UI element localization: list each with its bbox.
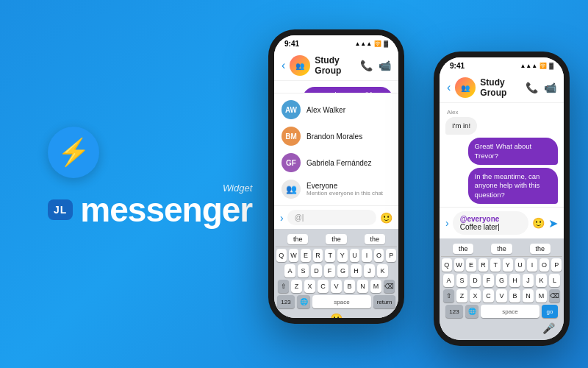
mention-everyone-info: Everyone Mention everyone in this chat xyxy=(306,182,383,197)
key-rv[interactable]: V xyxy=(496,289,507,302)
key-rm[interactable]: M xyxy=(536,289,547,302)
key-d[interactable]: D xyxy=(311,264,322,277)
mention-item-brandon[interactable]: BM Brandon Morales xyxy=(274,123,398,149)
key-rl[interactable]: L xyxy=(549,274,560,287)
key-rh[interactable]: H xyxy=(509,274,520,287)
key-rb[interactable]: B xyxy=(509,289,520,302)
input-bar-left[interactable]: › @| 🙂 xyxy=(274,205,398,229)
key-ru[interactable]: U xyxy=(515,258,526,272)
input-field-left[interactable]: @| xyxy=(287,210,376,225)
key-shift[interactable]: ⇧ xyxy=(278,280,289,293)
key-i[interactable]: I xyxy=(362,249,372,262)
key-rn[interactable]: N xyxy=(523,289,534,302)
video-icon-right[interactable]: 📹 xyxy=(544,82,556,93)
chat-header-left[interactable]: ‹ 👥 Study Group 📞 📹 xyxy=(274,51,398,81)
mention-name-alex: Alex Walker xyxy=(306,106,345,114)
key-rdelete[interactable]: ⌫ xyxy=(549,289,560,302)
key-ro[interactable]: O xyxy=(539,258,550,272)
key-go[interactable]: go xyxy=(542,305,558,318)
key-rt[interactable]: T xyxy=(490,258,501,272)
key-remoji-bottom[interactable]: 🌐 xyxy=(465,305,478,318)
key-a[interactable]: A xyxy=(284,264,295,277)
mention-item-gabriela[interactable]: GF Gabriela Fernández xyxy=(274,149,398,176)
key-w[interactable]: W xyxy=(289,249,299,262)
key-g[interactable]: G xyxy=(337,264,348,277)
back-button-left[interactable]: ‹ xyxy=(282,59,285,72)
key-rr[interactable]: R xyxy=(478,258,489,272)
key-u[interactable]: U xyxy=(350,249,360,262)
keyboard-left[interactable]: the the the Q W E R T Y U I O P xyxy=(274,229,398,318)
key-rg[interactable]: G xyxy=(496,274,507,287)
key-delete[interactable]: ⌫ xyxy=(384,280,395,293)
video-icon-left[interactable]: 📹 xyxy=(379,60,391,71)
emoji-button-bottom[interactable]: 🙂 xyxy=(276,310,397,318)
keyboard-right[interactable]: the the the Q W E R T Y U I O P xyxy=(440,238,564,340)
key-x[interactable]: X xyxy=(304,280,315,293)
key-r123[interactable]: 123 xyxy=(445,305,463,318)
suggestion-3[interactable]: the xyxy=(365,234,386,244)
suggestion-r2[interactable]: the xyxy=(491,244,512,254)
key-r[interactable]: R xyxy=(313,249,323,262)
back-button-right[interactable]: ‹ xyxy=(447,81,451,94)
key-s[interactable]: S xyxy=(298,264,309,277)
key-b[interactable]: B xyxy=(344,280,355,293)
key-return[interactable]: return xyxy=(373,295,395,308)
plus-icon-right[interactable]: › xyxy=(445,217,449,229)
key-c[interactable]: C xyxy=(318,280,329,293)
emoji-icon-right[interactable]: 🙂 xyxy=(532,217,545,229)
key-rq[interactable]: Q xyxy=(442,258,452,272)
key-rz[interactable]: Z xyxy=(456,289,467,302)
key-space[interactable]: space xyxy=(312,295,371,308)
mention-item-alex[interactable]: AW Alex Walker xyxy=(274,96,398,123)
key-o[interactable]: O xyxy=(374,249,384,262)
phone-call-icon-left[interactable]: 📞 xyxy=(360,60,373,71)
key-rx[interactable]: X xyxy=(470,289,481,302)
key-j[interactable]: J xyxy=(364,264,375,277)
suggestion-r1[interactable]: the xyxy=(453,244,474,254)
phone-call-icon-right[interactable]: 📞 xyxy=(526,82,538,93)
key-rc[interactable]: C xyxy=(483,289,494,302)
key-t[interactable]: T xyxy=(325,249,335,262)
key-v[interactable]: V xyxy=(331,280,342,293)
chat-header-right[interactable]: ‹ 👥 Study Group 📞 📹 xyxy=(440,73,564,103)
key-123[interactable]: 123 xyxy=(277,295,295,308)
input-bar-right[interactable]: › @everyone Coffee later| 🙂 ➤ xyxy=(440,207,564,238)
brand-row: JL Widget messenger xyxy=(48,193,252,227)
status-bar-left: 9:41 ▲▲▲ 🛜 ▓ xyxy=(274,35,398,51)
key-emoji-bottom[interactable]: 🌐 xyxy=(297,295,310,308)
message-help: In the meantime, can anyone help with th… xyxy=(468,168,558,204)
key-p[interactable]: P xyxy=(386,249,396,262)
key-rs[interactable]: S xyxy=(456,274,467,287)
emoji-icon-left[interactable]: 🙂 xyxy=(380,212,392,224)
key-h[interactable]: H xyxy=(351,264,362,277)
key-rd[interactable]: D xyxy=(470,274,481,287)
key-ra[interactable]: A xyxy=(443,274,454,287)
key-ri[interactable]: I xyxy=(527,258,537,272)
key-rk[interactable]: K xyxy=(536,274,547,287)
key-rw[interactable]: W xyxy=(454,258,465,272)
input-field-right[interactable]: @everyone Coffee later| xyxy=(453,211,528,235)
key-rf[interactable]: F xyxy=(483,274,494,287)
microphone-button[interactable]: 🎤 xyxy=(441,319,562,337)
key-f[interactable]: F xyxy=(324,264,335,277)
key-rspace[interactable]: space xyxy=(481,305,539,318)
send-icon-right[interactable]: ➤ xyxy=(548,216,558,230)
key-e[interactable]: E xyxy=(301,249,311,262)
key-rj[interactable]: J xyxy=(523,274,534,287)
suggestion-1[interactable]: the xyxy=(287,234,309,244)
suggestion-2[interactable]: the xyxy=(326,234,347,244)
messenger-bolt-icon: ⚡ xyxy=(57,139,90,166)
key-m[interactable]: M xyxy=(370,280,381,293)
key-re[interactable]: E xyxy=(466,258,476,272)
key-k[interactable]: K xyxy=(377,264,388,277)
key-rp[interactable]: P xyxy=(551,258,562,272)
plus-icon-left[interactable]: › xyxy=(280,212,284,224)
key-q[interactable]: Q xyxy=(276,249,287,262)
mention-item-everyone[interactable]: 👥 Everyone Mention everyone in this chat xyxy=(274,176,398,202)
key-rshift[interactable]: ⇧ xyxy=(443,289,454,302)
suggestion-r3[interactable]: the xyxy=(530,244,551,254)
key-ry[interactable]: Y xyxy=(503,258,513,272)
key-z[interactable]: Z xyxy=(291,280,302,293)
key-y[interactable]: Y xyxy=(337,249,348,262)
key-n[interactable]: N xyxy=(357,280,368,293)
